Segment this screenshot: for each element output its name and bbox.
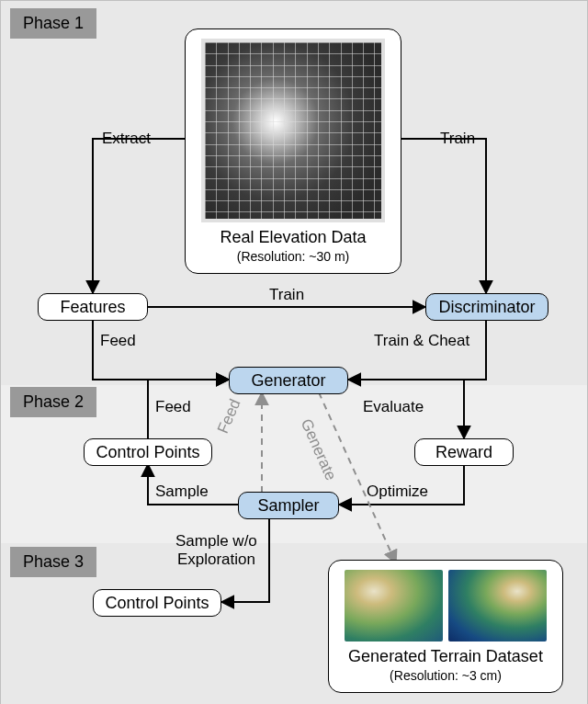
edge-sample-wo: Sample w/o Exploration [175, 532, 257, 568]
terrain-thumbnail-a [345, 570, 443, 642]
terrain-thumbnail-b [448, 570, 547, 642]
node-real-elevation: Real Elevation Data (Resolution: ~30 m) [185, 28, 401, 274]
generated-caption: Generated Terrain Dataset [348, 647, 543, 666]
edge-extract: Extract [102, 130, 151, 148]
edge-train-mid: Train [269, 286, 304, 304]
node-control-points-1: Control Points [84, 438, 212, 466]
phase1-label: Phase 1 [10, 8, 96, 39]
edge-sample: Sample [155, 483, 209, 501]
node-sampler: Sampler [238, 492, 339, 519]
elevation-thumbnail [201, 39, 385, 222]
terrain-thumbnail-pair [345, 570, 547, 642]
node-generator: Generator [229, 367, 348, 394]
node-discriminator: Discriminator [425, 293, 548, 321]
node-control-points-2: Control Points [93, 589, 221, 617]
edge-feed-p2: Feed [155, 398, 191, 416]
edge-train-top: Train [440, 130, 475, 148]
phase2-label: Phase 2 [10, 387, 96, 417]
edge-optimize: Optimize [367, 483, 428, 501]
node-reward: Reward [414, 438, 514, 466]
generated-subcaption: (Resolution: ~3 cm) [390, 668, 502, 683]
elevation-caption: Real Elevation Data [220, 228, 366, 247]
edge-feed-left: Feed [100, 332, 136, 350]
phase3-label: Phase 3 [10, 547, 96, 577]
diagram-canvas: Phase 1 Phase 2 Phase 3 Real Elevation D… [0, 0, 588, 704]
edge-train-cheat: Train & Cheat [374, 332, 469, 350]
node-generated-terrain: Generated Terrain Dataset (Resolution: ~… [328, 560, 563, 693]
elevation-subcaption: (Resolution: ~30 m) [237, 249, 350, 264]
node-features: Features [38, 293, 148, 321]
edge-evaluate: Evaluate [363, 398, 424, 416]
